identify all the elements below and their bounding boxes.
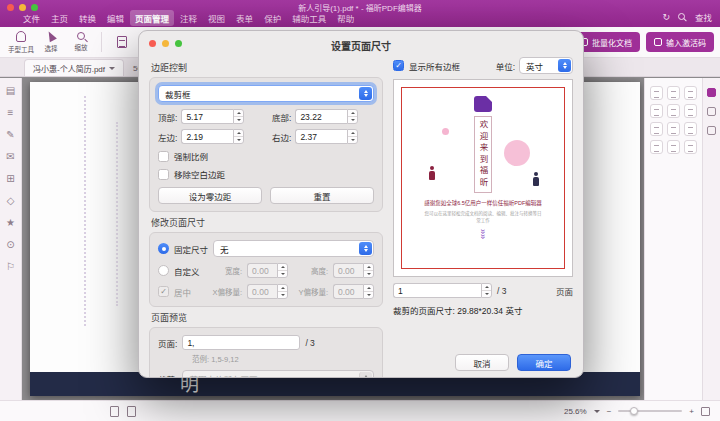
format-panel-icon[interactable]: [707, 88, 716, 97]
fields-panel-icon[interactable]: ⊞: [6, 174, 14, 184]
margin-fields: 顶部: 5.17 底部: 23.22: [158, 109, 374, 144]
select-arrows-icon: [359, 87, 372, 100]
zoom-percent[interactable]: 25.6%: [564, 407, 587, 416]
sync-icon[interactable]: ↻: [662, 13, 670, 22]
align-center-button[interactable]: [667, 86, 680, 100]
margin-control-group: 裁剪框 顶部: 5.17 底部:: [149, 77, 383, 212]
stepper-arrows-icon[interactable]: [233, 109, 244, 124]
units-label: 单位:: [496, 60, 515, 72]
page-decoration-dots: [84, 96, 86, 326]
layers-panel-icon[interactable]: ◇: [7, 196, 15, 206]
search-label[interactable]: 查找: [695, 11, 712, 23]
remove-blank-margins-checkbox[interactable]: [158, 169, 169, 180]
menu-item-comment[interactable]: 注释: [175, 10, 202, 26]
units-select[interactable]: 英寸: [519, 57, 573, 74]
box-type-select[interactable]: 裁剪框: [158, 85, 374, 102]
dialog-footer: 取消 确定: [455, 354, 571, 371]
constrain-proportions-row: 强制比例: [158, 150, 374, 162]
page-range-input[interactable]: 1,: [182, 335, 300, 350]
preview-page-stepper[interactable]: 1: [393, 283, 492, 298]
menu-item-help[interactable]: 帮助: [332, 10, 359, 26]
destinations-panel-icon[interactable]: ⊙: [6, 240, 14, 250]
center-checkbox[interactable]: ✓: [158, 286, 169, 297]
stepper-arrows-icon[interactable]: [363, 284, 374, 299]
menu-item-edit[interactable]: 编辑: [102, 10, 129, 26]
stepper-arrows-icon[interactable]: [363, 263, 374, 278]
bottom-margin-stepper[interactable]: 23.22: [295, 109, 358, 124]
annotations-panel-icon[interactable]: ✎: [6, 130, 14, 140]
continuous-view-icon[interactable]: [127, 406, 136, 417]
x-offset-stepper[interactable]: 0.00: [247, 284, 288, 299]
arrange-option-button[interactable]: [667, 140, 680, 154]
margin-buttons-row: 设为零边距 重置: [158, 187, 374, 204]
stepper-arrows-icon[interactable]: [277, 284, 288, 299]
document-tab-active[interactable]: 冯小惠-个人简历.pdf: [24, 59, 124, 76]
titlebar-right-controls: ↻ 查找: [662, 11, 712, 23]
search-panel-icon[interactable]: [707, 126, 716, 135]
left-margin-stepper[interactable]: 2.19: [181, 129, 244, 144]
fullscreen-icon[interactable]: [701, 407, 710, 416]
width-stepper[interactable]: 0.00: [247, 263, 288, 278]
stepper-arrows-icon[interactable]: [481, 283, 492, 298]
align-right-button[interactable]: [684, 86, 697, 100]
size-match-button[interactable]: [684, 122, 697, 136]
ok-button[interactable]: 确定: [517, 354, 571, 371]
distribute-horizontal-button[interactable]: [650, 122, 663, 136]
zoom-tool-button[interactable]: 缩放: [66, 28, 96, 56]
thumbnails-panel-icon[interactable]: ▤: [6, 86, 15, 96]
align-middle-button[interactable]: [667, 104, 680, 118]
menu-item-page-management[interactable]: 页面管理: [130, 10, 174, 26]
zoom-in-button[interactable]: +: [689, 407, 694, 416]
flag-panel-icon[interactable]: ⚐: [6, 262, 15, 272]
page-tool-button-1[interactable]: [107, 28, 137, 56]
set-zero-margins-button[interactable]: 设为零边距: [158, 187, 262, 204]
y-offset-stepper[interactable]: 0.00: [333, 284, 374, 299]
show-all-borders-label: 显示所有边框: [409, 60, 460, 72]
single-page-view-icon[interactable]: [110, 406, 119, 417]
align-top-button[interactable]: [650, 104, 663, 118]
hand-tool-button[interactable]: 手型工具: [6, 28, 36, 56]
menu-item-form[interactable]: 表单: [231, 10, 258, 26]
constrain-proportions-checkbox[interactable]: [158, 151, 169, 162]
menu-item-convert[interactable]: 转换: [74, 10, 101, 26]
crop-scope-select[interactable]: 范围内的所有页面: [182, 370, 374, 378]
properties-panel-icon[interactable]: [707, 107, 716, 116]
zoom-slider[interactable]: [618, 410, 682, 412]
menu-item-protect[interactable]: 保护: [259, 10, 286, 26]
distribute-vertical-button[interactable]: [667, 122, 680, 136]
fixed-size-radio[interactable]: [158, 243, 169, 254]
menu-item-home[interactable]: 主页: [46, 10, 73, 26]
chevron-down-icon[interactable]: [109, 67, 115, 70]
show-all-borders-checkbox[interactable]: ✓: [393, 60, 404, 71]
zoom-dropdown-icon[interactable]: [594, 410, 600, 413]
align-left-button[interactable]: [650, 86, 663, 100]
fixed-size-label: 固定尺寸: [174, 243, 208, 255]
reset-button[interactable]: 重置: [270, 187, 374, 204]
zoom-out-button[interactable]: −: [607, 407, 612, 416]
stepper-arrows-icon[interactable]: [347, 109, 358, 124]
menu-item-file[interactable]: 文件: [18, 10, 45, 26]
enter-activation-code-button[interactable]: 输入激活码: [646, 32, 714, 52]
signatures-panel-icon[interactable]: ★: [6, 218, 15, 228]
arrange-option-button[interactable]: [684, 140, 697, 154]
height-stepper[interactable]: 0.00: [333, 263, 374, 278]
resize-group: 固定尺寸 无 自定义 宽度: 0.00: [149, 232, 383, 307]
right-margin-stepper[interactable]: 2.37: [295, 129, 358, 144]
align-bottom-button[interactable]: [684, 104, 697, 118]
top-margin-stepper[interactable]: 5.17: [181, 109, 244, 124]
fixed-size-select[interactable]: 无: [213, 240, 374, 257]
bookmarks-panel-icon[interactable]: ≡: [8, 108, 14, 118]
cancel-button[interactable]: 取消: [455, 354, 509, 371]
arrange-option-button[interactable]: [650, 140, 663, 154]
menu-item-view[interactable]: 视图: [203, 10, 230, 26]
select-tool-button[interactable]: 选择: [36, 28, 66, 56]
stepper-arrows-icon[interactable]: [233, 129, 244, 144]
attachments-panel-icon[interactable]: ✉: [6, 152, 14, 162]
height-label: 高度:: [293, 265, 328, 276]
stepper-arrows-icon[interactable]: [277, 263, 288, 278]
custom-size-radio[interactable]: [158, 265, 169, 276]
menu-item-accessibility[interactable]: 辅助工具: [287, 10, 331, 26]
zoom-slider-knob[interactable]: [630, 407, 638, 415]
stepper-arrows-icon[interactable]: [347, 129, 358, 144]
search-icon[interactable]: [678, 13, 687, 22]
